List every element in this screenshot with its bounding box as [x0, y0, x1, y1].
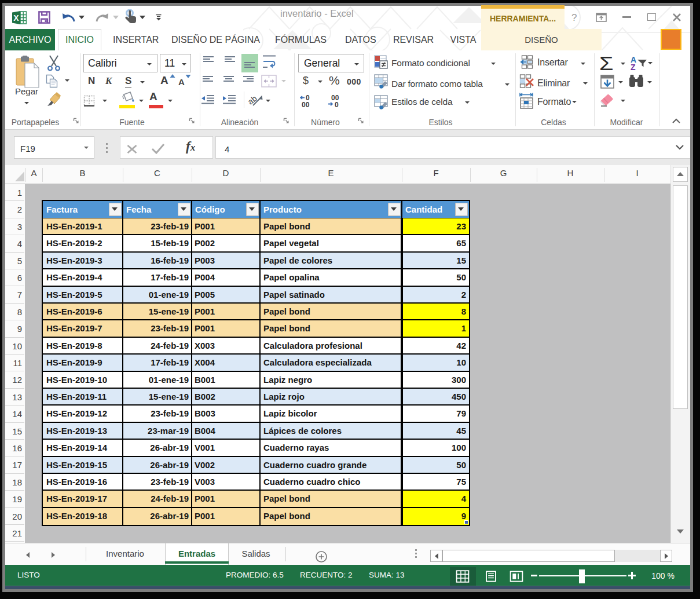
svg-text:0: 0	[335, 101, 339, 108]
svg-text:Z: Z	[631, 63, 636, 71]
svg-text:X: X	[13, 13, 19, 23]
svg-text:00: 00	[302, 101, 310, 108]
